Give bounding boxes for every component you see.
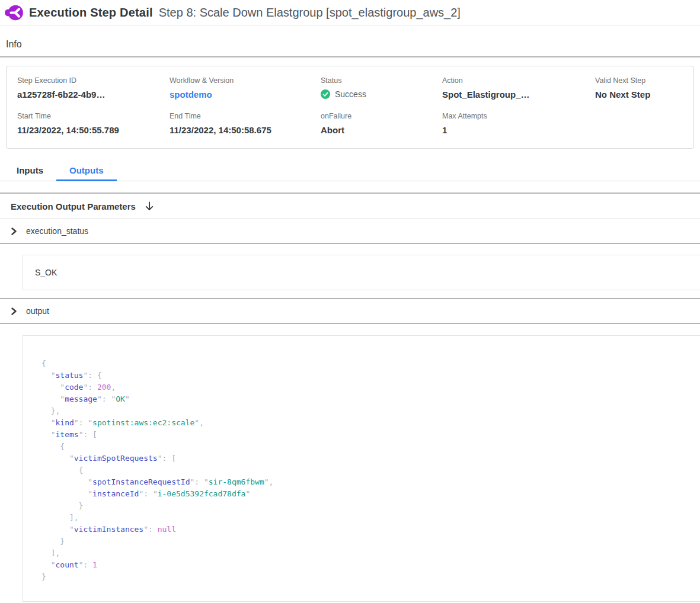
field-value: Abort: [321, 125, 442, 135]
field-step-execution-id: Step Execution ID a125728f-6b22-4b9…: [17, 76, 170, 100]
page-title: Execution Step Detail: [29, 6, 153, 20]
field-value: 1: [442, 125, 595, 135]
field-label: onFailure: [321, 112, 442, 120]
divider: [0, 56, 700, 57]
info-card: Step Execution ID a125728f-6b22-4b9… Wor…: [6, 66, 694, 149]
field-workflow-version: Workflow & Version spotdemo: [170, 76, 321, 100]
field-start-time: Start Time 11/23/2022, 14:50:55.789: [17, 112, 170, 135]
divider: [0, 243, 700, 244]
field-label: Start Time: [17, 112, 170, 120]
tab-inputs[interactable]: Inputs: [17, 162, 56, 181]
field-valid-next-step: Valid Next Step No Next Step: [595, 76, 693, 100]
field-label: Max Attempts: [442, 112, 595, 120]
status-text: Success: [335, 89, 366, 99]
tab-bar: Inputs Outputs: [0, 162, 700, 181]
field-value: 11/23/2022, 14:50:55.789: [17, 125, 170, 135]
field-label: Status: [321, 76, 442, 85]
field-label: End Time: [170, 112, 321, 120]
field-label: Step Execution ID: [17, 76, 170, 85]
spot-logo-icon: [5, 4, 23, 21]
output-json-code: { "status": { "code": 200, "message": "O…: [23, 336, 700, 583]
field-value: Spot_Elastigroup_…: [442, 89, 595, 100]
status-badge: Success: [321, 89, 442, 99]
section-output[interactable]: output: [0, 299, 700, 323]
sort-descending-icon[interactable]: [144, 201, 155, 211]
chevron-right-icon: [10, 307, 18, 315]
workflow-link[interactable]: spotdemo: [170, 89, 321, 100]
execution-status-value: S_OK: [35, 268, 57, 277]
section-name: output: [26, 306, 49, 316]
field-value: 11/23/2022, 14:50:58.675: [170, 125, 321, 135]
field-label: Workflow & Version: [170, 76, 321, 85]
outputs-panel-title: Execution Output Parameters: [11, 201, 136, 211]
info-section-title: Info: [0, 26, 700, 56]
tab-outputs[interactable]: Outputs: [56, 162, 117, 181]
field-action: Action Spot_Elastigroup_…: [442, 76, 595, 100]
output-json-box: { "status": { "code": 200, "message": "O…: [23, 335, 700, 602]
field-value: No Next Step: [595, 89, 693, 100]
field-onfailure: onFailure Abort: [321, 112, 442, 135]
success-check-icon: [321, 89, 330, 99]
divider: [0, 323, 700, 324]
field-end-time: End Time 11/23/2022, 14:50:58.675: [170, 112, 321, 135]
section-execution-status[interactable]: execution_status: [0, 219, 700, 243]
outputs-panel-header: Execution Output Parameters: [0, 194, 700, 219]
field-value: a125728f-6b22-4b9…: [17, 89, 170, 100]
spacer: [0, 181, 700, 193]
field-status: Status Success: [321, 76, 442, 100]
app-header: Execution Step Detail Step 8: Scale Down…: [0, 0, 700, 26]
field-max-attempts: Max Attempts 1: [442, 112, 595, 135]
section-name: execution_status: [26, 226, 88, 236]
execution-status-value-box: S_OK: [23, 255, 700, 290]
chevron-right-icon: [10, 227, 18, 235]
field-label: Valid Next Step: [595, 76, 693, 85]
page-subtitle: Step 8: Scale Down Elastgroup [spot_elas…: [159, 6, 461, 20]
field-label: Action: [442, 76, 595, 85]
